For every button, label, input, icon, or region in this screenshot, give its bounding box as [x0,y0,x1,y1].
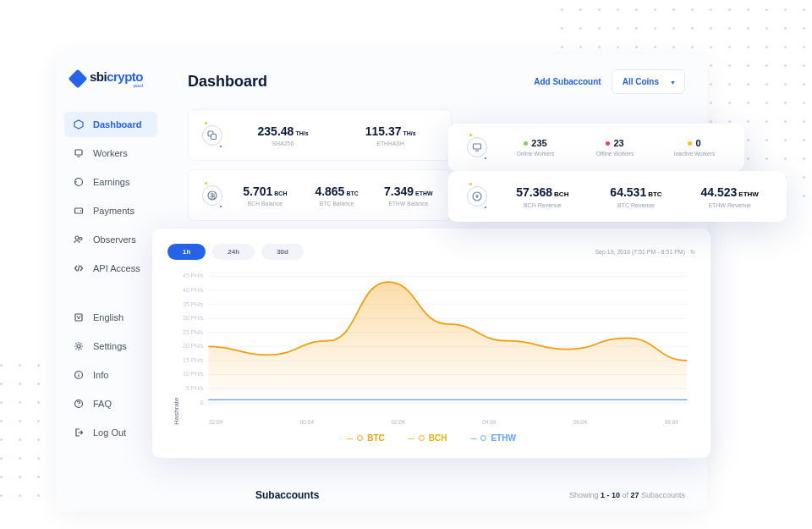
stat-unit: BCH [274,190,287,196]
y-tick: 0 [200,400,204,405]
stat-label: SHA256 [272,141,294,146]
legend-dot-icon [419,435,425,441]
payments-icon [73,205,85,217]
sidebar-item-earnings[interactable]: Earnings [64,169,157,195]
range-pill-24h[interactable]: 24h [212,244,255,260]
subaccounts-pagination: Showing 1 - 10 of 27 Subaccounts [569,491,685,499]
stat-value: 235 [531,138,546,148]
x-tick: 06:04 [573,419,587,425]
range-pill-1h[interactable]: 1h [167,244,206,260]
revenue-card-icon [467,186,487,207]
svg-point-4 [80,210,82,212]
stat-value: 4.865 [315,185,344,198]
range-pill-30d[interactable]: 30d [261,244,304,260]
sidebar-item-label: Payments [93,206,134,216]
revenue-bch: 57.368BCH BCH Revenue [504,185,581,208]
earnings-icon [73,176,85,188]
sidebar-item-label: Workers [93,148,128,158]
hashrate-sha256: 235.48TH/s SHA256 [236,124,330,146]
sidebar-item-settings[interactable]: Settings [64,333,157,359]
y-tick: 15 PH/s [183,357,204,363]
stat-label: ETHW Balance [388,201,428,207]
legend-label: BCH [429,433,447,443]
balance-icon [202,185,222,206]
stat-label: ETHW Revenue [708,202,751,208]
y-axis-label: Hashrate [167,270,180,425]
x-tick: 00:04 [300,419,314,425]
legend-item-btc[interactable]: —BTC [347,433,385,443]
stat-value: 7.349 [384,185,414,198]
svg-point-6 [80,238,82,240]
logout-icon [73,427,85,438]
svg-rect-17 [475,151,479,152]
stat-value: 64.531 [610,185,646,199]
chart-date-range: Sep 19, 2016 (7:51 PM - 8:51 PM) ↻ [595,249,695,256]
y-tick: 20 PH/s [183,343,204,349]
refresh-icon[interactable]: ↻ [690,249,695,256]
legend-dot-icon [357,435,363,441]
balance-card: 5.701BCH BCH Balance 4.865BTC BTC Balanc… [188,169,452,221]
sidebar-item-api-access[interactable]: API Access [64,256,157,281]
x-tick: 08:04 [665,419,678,425]
topbar: Dashboard Add Subaccount All Coins [188,69,685,94]
hashrate-card: 235.48TH/s SHA256 115.37TH/s ETHHASH [188,109,452,161]
sidebar-item-info[interactable]: Info [64,362,157,388]
stat-value: 235.48 [258,124,294,138]
legend-line-icon: — [347,435,353,441]
info-icon [73,369,85,381]
sidebar-item-observers[interactable]: Observers [64,227,157,252]
offline-dot-icon [606,141,610,146]
x-tick: 04:04 [482,419,496,425]
legend-dot-icon [480,435,486,441]
balance-bch: 5.701BCH BCH Balance [236,184,294,207]
hashrate-chart: 45 PH/s40 PH/s35 PH/s30 PH/s25 PH/s20 PH… [180,270,695,414]
sidebar-item-english[interactable]: English [64,305,157,330]
stat-label: BCH Balance [248,201,283,207]
chart-card: 1h24h30d Sep 19, 2016 (7:51 PM - 8:51 PM… [152,229,710,458]
stat-value: 0 [695,138,700,148]
sidebar-item-label: English [93,312,123,322]
sidebar-item-label: Earnings [93,177,129,187]
add-subaccount-button[interactable]: Add Subaccount [534,77,601,86]
stat-value: 115.37 [365,124,402,138]
nav-primary: DashboardWorkersEarningsPaymentsObserver… [64,112,157,281]
coin-select-value: All Coins [623,77,659,86]
stat-label: BTC Revenue [617,202,655,208]
sidebar-item-workers[interactable]: Workers [64,141,157,166]
chart-body: Hashrate 45 PH/s40 PH/s35 PH/s30 PH/s25 … [167,270,695,425]
logo-mark-icon [69,69,88,89]
stat-unit: ETHW [415,190,433,196]
sidebar-item-label: API Access [93,263,140,273]
api-icon [73,262,85,274]
legend-item-bch[interactable]: —BCH [409,433,447,443]
sidebar-item-payments[interactable]: Payments [64,198,157,223]
inactive-dot-icon [688,141,692,146]
sidebar-item-faq[interactable]: FAQ [64,391,157,416]
stat-label: Inactive Workers [674,151,715,157]
y-tick: 5 PH/s [186,385,204,391]
range-pills: 1h24h30d [167,244,304,260]
subaccounts-title: Subaccounts [255,489,319,501]
legend-item-ethw[interactable]: —ETHW [470,433,515,443]
stat-label: BTC Balance [320,201,354,207]
sidebar-item-log-out[interactable]: Log Out [64,420,157,445]
sidebar-item-label: Dashboard [93,119,141,129]
coin-select[interactable]: All Coins [612,69,685,94]
svg-point-12 [79,405,80,406]
stat-unit: ETHW [738,190,759,198]
top-actions: Add Subaccount All Coins [534,69,685,94]
sidebar-item-dashboard[interactable]: Dashboard [64,112,157,137]
revenue-ethw: 44.523ETHW ETHW Revenue [691,185,768,208]
online-dot-icon [524,141,528,146]
sidebar: sbicrypto pool DashboardWorkersEarningsP… [56,54,166,511]
svg-point-8 [77,344,80,348]
logo[interactable]: sbicrypto pool [71,69,157,88]
sidebar-item-label: Observers [93,234,136,245]
svg-point-5 [75,236,79,240]
chart-legend: —BTC—BCH—ETHW [167,433,695,443]
balance-ethw: 7.349ETHW ETHW Balance [379,184,437,207]
x-axis-ticks: 22:0400:0402:0404:0406:0408:04 [180,417,695,425]
stat-value: 57.368 [516,185,552,199]
workers-online: 235 Online Workers [504,138,567,157]
x-tick: 22:04 [209,419,222,425]
